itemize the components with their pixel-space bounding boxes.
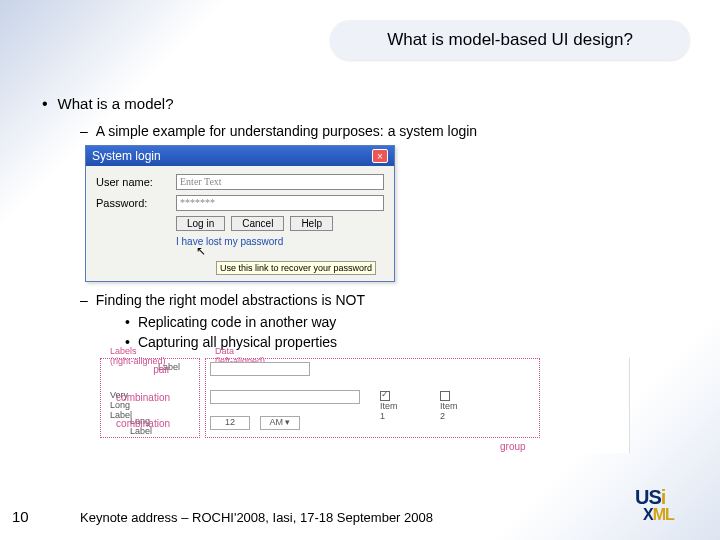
abstraction-diagram: Labels(right-aligned) Data(left-aligned)… xyxy=(100,358,630,453)
login-titlebar: System login × xyxy=(86,146,394,166)
slide-content: What is a model? A simple example for un… xyxy=(30,95,700,453)
annot-combination2: combination xyxy=(116,418,170,429)
row2-input[interactable] xyxy=(210,390,360,404)
username-input[interactable]: Enter Text xyxy=(176,174,384,190)
lost-password-link[interactable]: I have lost my password xyxy=(176,236,384,247)
slide-title: What is model-based UI design? xyxy=(330,20,690,60)
bullet-l2-finding: Finding the right model abstractions is … xyxy=(80,292,700,308)
username-label: User name: xyxy=(96,176,176,188)
cancel-button[interactable]: Cancel xyxy=(231,216,284,231)
page-number: 10 xyxy=(12,508,29,525)
logo: USi XML xyxy=(635,486,705,528)
bullet-l1: What is a model? xyxy=(42,95,700,113)
close-icon[interactable]: × xyxy=(372,149,388,163)
spin-input[interactable]: 12 xyxy=(210,416,250,430)
bullet-l3-replicate: Replicating code in another way xyxy=(125,314,700,330)
password-label: Password: xyxy=(96,197,176,209)
footer-text: Keynote address – ROCHI'2008, Iasi, 17-1… xyxy=(80,510,433,525)
item1-checkbox[interactable]: Item 1 xyxy=(380,390,398,421)
password-input[interactable]: ******* xyxy=(176,195,384,211)
annot-pair: pair xyxy=(153,364,170,375)
row1-input[interactable] xyxy=(210,362,310,376)
annot-group: group xyxy=(500,441,526,452)
bullet-l2-example: A simple example for understanding purpo… xyxy=(80,123,700,139)
annot-combination: combination xyxy=(116,392,170,403)
am-select[interactable]: AM ▾ xyxy=(260,416,300,430)
tooltip: Use this link to recover your password xyxy=(216,261,376,275)
cursor-icon: ↖ xyxy=(196,244,206,258)
login-button[interactable]: Log in xyxy=(176,216,225,231)
bullet-l3-capture: Capturing all physical properties xyxy=(125,334,700,350)
login-dialog: System login × User name: Enter Text Pas… xyxy=(85,145,395,282)
login-window-title: System login xyxy=(92,149,161,163)
item2-checkbox[interactable]: Item 2 xyxy=(440,390,458,421)
help-button[interactable]: Help xyxy=(290,216,333,231)
